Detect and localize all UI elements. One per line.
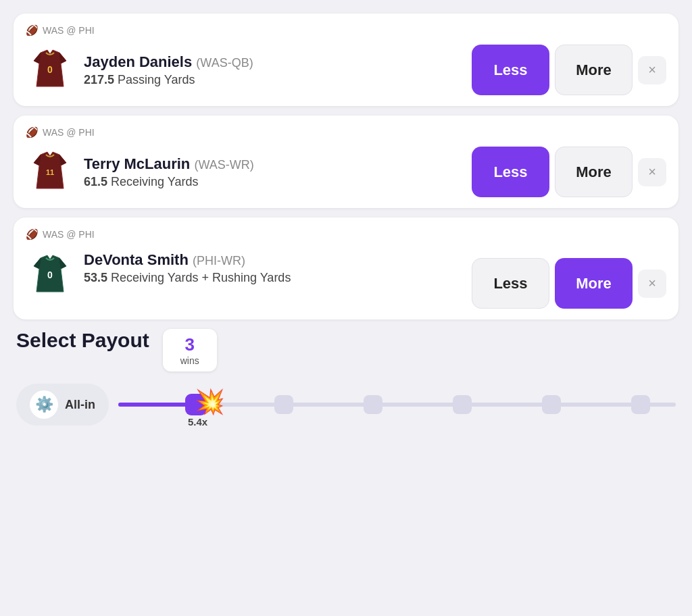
jersey-3: 0 [26,251,74,300]
slider-track[interactable]: 💥 5.4x [118,384,676,425]
game-text-1: WAS @ PHI [43,25,95,36]
player-team-1: (WAS-QB) [196,56,253,70]
football-icon-1: 🏈 [26,24,39,36]
svg-text:0: 0 [47,64,53,75]
less-button-3[interactable]: Less [472,258,549,309]
payout-title: Select Payout [16,329,149,352]
player-stat-3: 53.5 Receiving Yards + Rushing Yards [84,271,462,285]
svg-text:0: 0 [47,270,53,280]
slider-row: ⚙️ All-in 💥 5.4x [16,384,676,426]
game-label-1: 🏈 WAS @ PHI [26,24,666,36]
player-card-3: 🏈 WAS @ PHI 0 DeVonta Smith (PHI-WR) 53.… [14,217,678,319]
player-stat-1: 217.5 Passing Yards [84,73,462,87]
game-label-2: 🏈 WAS @ PHI [26,126,666,138]
gear-icon: ⚙️ [30,390,58,419]
explosion-icon: 💥 [195,388,225,416]
player-team-3: (PHI-WR) [193,254,245,267]
player-team-2: (WAS-WR) [194,158,253,172]
less-button-2[interactable]: Less [472,147,549,197]
more-button-2[interactable]: More [555,147,633,197]
payout-section: Select Payout 3 wins ⚙️ All-in 💥 5.4x [14,329,678,426]
all-in-button[interactable]: ⚙️ All-in [16,384,109,426]
football-icon-2: 🏈 [26,126,39,138]
slider-dot-6[interactable] [631,395,650,414]
game-text-2: WAS @ PHI [43,127,95,138]
wins-badge: 3 wins [163,329,217,371]
player-info-3: DeVonta Smith (PHI-WR) 53.5 Receiving Ya… [84,251,462,285]
btn-group-1: Less More × [472,45,666,95]
close-button-1[interactable]: × [638,56,666,84]
slider-dot-2[interactable] [274,395,293,414]
wins-label: wins [175,355,205,366]
close-button-3[interactable]: × [638,270,666,298]
game-label-3: 🏈 WAS @ PHI [26,228,666,240]
jersey-2: 11 [26,148,74,197]
player-name-1: Jayden Daniels (WAS-QB) [84,53,462,71]
multiplier-label: 5.4x [188,416,207,428]
slider-dot-3[interactable] [364,395,382,414]
player-card-2: 🏈 WAS @ PHI 11 Terry McLaurin (WAS-WR) 6… [14,116,678,208]
close-button-2[interactable]: × [638,158,666,186]
less-button-1[interactable]: Less [472,45,549,95]
btn-group-3: Less More × [472,258,666,309]
player-info-1: Jayden Daniels (WAS-QB) 217.5 Passing Ya… [84,53,462,87]
slider-dot-5[interactable] [542,395,561,414]
football-icon-3: 🏈 [26,228,39,240]
jersey-1: 0 [26,46,74,95]
more-button-3[interactable]: More [555,258,633,309]
slider-dot-4[interactable] [453,395,472,414]
btn-group-2: Less More × [472,147,666,197]
player-card-1: 🏈 WAS @ PHI 0 Jayden Daniels (WAS-QB) 21… [14,14,678,106]
player-stat-2: 61.5 Receiving Yards [84,175,462,189]
more-button-1[interactable]: More [555,45,633,95]
wins-number: 3 [175,334,205,355]
player-name-3: DeVonta Smith (PHI-WR) [84,251,462,269]
game-text-3: WAS @ PHI [43,229,95,240]
player-name-2: Terry McLaurin (WAS-WR) [84,155,462,173]
svg-text:11: 11 [46,168,54,176]
all-in-label: All-in [65,398,95,412]
player-info-2: Terry McLaurin (WAS-WR) 61.5 Receiving Y… [84,155,462,189]
